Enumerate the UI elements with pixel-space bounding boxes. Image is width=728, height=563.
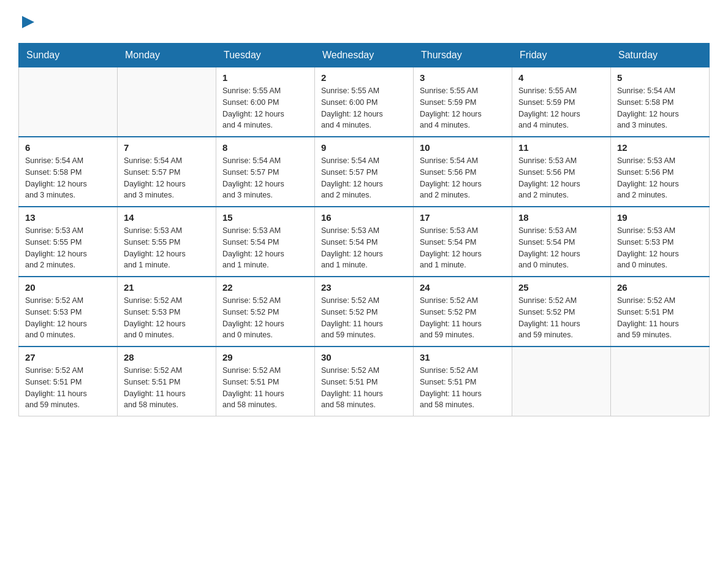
day-info: Sunrise: 5:54 AM Sunset: 5:57 PM Dayligh…	[321, 155, 407, 201]
day-number: 9	[321, 142, 407, 153]
calendar-cell: 25Sunrise: 5:52 AM Sunset: 5:52 PM Dayli…	[512, 277, 611, 347]
day-number: 13	[25, 212, 111, 223]
day-number: 28	[124, 352, 210, 362]
day-number: 23	[321, 282, 407, 293]
day-number: 29	[222, 352, 308, 362]
day-info: Sunrise: 5:53 AM Sunset: 5:54 PM Dayligh…	[222, 225, 308, 271]
day-info: Sunrise: 5:52 AM Sunset: 5:51 PM Dayligh…	[222, 365, 308, 411]
calendar-cell: 15Sunrise: 5:53 AM Sunset: 5:54 PM Dayli…	[216, 207, 315, 277]
day-info: Sunrise: 5:52 AM Sunset: 5:51 PM Dayligh…	[420, 365, 506, 411]
day-of-week-header: Wednesday	[315, 44, 414, 67]
day-info: Sunrise: 5:52 AM Sunset: 5:53 PM Dayligh…	[124, 295, 210, 341]
calendar-cell	[512, 347, 611, 416]
calendar-cell: 8Sunrise: 5:54 AM Sunset: 5:57 PM Daylig…	[216, 137, 315, 207]
day-info: Sunrise: 5:53 AM Sunset: 5:56 PM Dayligh…	[518, 155, 604, 201]
day-of-week-header: Sunday	[19, 44, 118, 67]
calendar-cell: 3Sunrise: 5:55 AM Sunset: 5:59 PM Daylig…	[414, 67, 512, 137]
day-info: Sunrise: 5:54 AM Sunset: 5:58 PM Dayligh…	[617, 85, 703, 131]
day-number: 24	[420, 282, 506, 293]
day-number: 25	[518, 282, 604, 293]
calendar-cell	[19, 67, 118, 137]
calendar-cell: 12Sunrise: 5:53 AM Sunset: 5:56 PM Dayli…	[611, 137, 710, 207]
day-number: 19	[617, 212, 703, 223]
calendar-cell: 20Sunrise: 5:52 AM Sunset: 5:53 PM Dayli…	[19, 277, 118, 347]
calendar-week-row: 6Sunrise: 5:54 AM Sunset: 5:58 PM Daylig…	[19, 137, 710, 207]
day-number: 4	[518, 72, 604, 83]
day-info: Sunrise: 5:53 AM Sunset: 5:55 PM Dayligh…	[124, 225, 210, 271]
day-number: 2	[321, 72, 407, 83]
calendar-cell: 26Sunrise: 5:52 AM Sunset: 5:51 PM Dayli…	[611, 277, 710, 347]
day-number: 5	[617, 72, 703, 83]
day-info: Sunrise: 5:55 AM Sunset: 6:00 PM Dayligh…	[321, 85, 407, 131]
logo-arrow-icon	[20, 13, 37, 31]
day-info: Sunrise: 5:52 AM Sunset: 5:51 PM Dayligh…	[321, 365, 407, 411]
calendar-week-row: 1Sunrise: 5:55 AM Sunset: 6:00 PM Daylig…	[19, 67, 710, 137]
calendar-cell: 19Sunrise: 5:53 AM Sunset: 5:53 PM Dayli…	[611, 207, 710, 277]
day-info: Sunrise: 5:52 AM Sunset: 5:53 PM Dayligh…	[25, 295, 111, 341]
page-header	[18, 12, 710, 31]
day-number: 8	[222, 142, 308, 153]
calendar-cell	[611, 347, 710, 416]
day-of-week-header: Thursday	[414, 44, 512, 67]
day-info: Sunrise: 5:53 AM Sunset: 5:53 PM Dayligh…	[617, 225, 703, 271]
calendar-cell	[118, 67, 216, 137]
calendar-cell: 27Sunrise: 5:52 AM Sunset: 5:51 PM Dayli…	[19, 347, 118, 416]
day-number: 6	[25, 142, 111, 153]
day-number: 7	[124, 142, 210, 153]
calendar-week-row: 13Sunrise: 5:53 AM Sunset: 5:55 PM Dayli…	[19, 207, 710, 277]
calendar-cell: 6Sunrise: 5:54 AM Sunset: 5:58 PM Daylig…	[19, 137, 118, 207]
calendar-cell: 21Sunrise: 5:52 AM Sunset: 5:53 PM Dayli…	[118, 277, 216, 347]
day-number: 31	[420, 352, 506, 362]
calendar-table: SundayMondayTuesdayWednesdayThursdayFrid…	[18, 43, 710, 416]
day-info: Sunrise: 5:52 AM Sunset: 5:52 PM Dayligh…	[518, 295, 604, 341]
day-info: Sunrise: 5:54 AM Sunset: 5:57 PM Dayligh…	[124, 155, 210, 201]
day-info: Sunrise: 5:55 AM Sunset: 5:59 PM Dayligh…	[518, 85, 604, 131]
day-info: Sunrise: 5:53 AM Sunset: 5:54 PM Dayligh…	[321, 225, 407, 271]
calendar-cell: 4Sunrise: 5:55 AM Sunset: 5:59 PM Daylig…	[512, 67, 611, 137]
day-of-week-header: Friday	[512, 44, 611, 67]
calendar-cell: 24Sunrise: 5:52 AM Sunset: 5:52 PM Dayli…	[414, 277, 512, 347]
calendar-week-row: 27Sunrise: 5:52 AM Sunset: 5:51 PM Dayli…	[19, 347, 710, 416]
day-number: 3	[420, 72, 506, 83]
calendar-cell: 14Sunrise: 5:53 AM Sunset: 5:55 PM Dayli…	[118, 207, 216, 277]
day-number: 26	[617, 282, 703, 293]
day-number: 27	[25, 352, 111, 362]
calendar-cell: 11Sunrise: 5:53 AM Sunset: 5:56 PM Dayli…	[512, 137, 611, 207]
calendar-cell: 18Sunrise: 5:53 AM Sunset: 5:54 PM Dayli…	[512, 207, 611, 277]
day-of-week-header: Tuesday	[216, 44, 315, 67]
calendar-cell: 16Sunrise: 5:53 AM Sunset: 5:54 PM Dayli…	[315, 207, 414, 277]
day-number: 22	[222, 282, 308, 293]
calendar-cell: 1Sunrise: 5:55 AM Sunset: 6:00 PM Daylig…	[216, 67, 315, 137]
day-info: Sunrise: 5:53 AM Sunset: 5:56 PM Dayligh…	[617, 155, 703, 201]
day-of-week-header: Saturday	[611, 44, 710, 67]
calendar-cell: 31Sunrise: 5:52 AM Sunset: 5:51 PM Dayli…	[414, 347, 512, 416]
calendar-cell: 23Sunrise: 5:52 AM Sunset: 5:52 PM Dayli…	[315, 277, 414, 347]
day-number: 30	[321, 352, 407, 362]
day-number: 20	[25, 282, 111, 293]
calendar-cell: 17Sunrise: 5:53 AM Sunset: 5:54 PM Dayli…	[414, 207, 512, 277]
day-info: Sunrise: 5:54 AM Sunset: 5:57 PM Dayligh…	[222, 155, 308, 201]
day-info: Sunrise: 5:52 AM Sunset: 5:52 PM Dayligh…	[321, 295, 407, 341]
calendar-cell: 10Sunrise: 5:54 AM Sunset: 5:56 PM Dayli…	[414, 137, 512, 207]
day-info: Sunrise: 5:54 AM Sunset: 5:56 PM Dayligh…	[420, 155, 506, 201]
logo	[18, 12, 37, 31]
calendar-cell: 22Sunrise: 5:52 AM Sunset: 5:52 PM Dayli…	[216, 277, 315, 347]
day-info: Sunrise: 5:54 AM Sunset: 5:58 PM Dayligh…	[25, 155, 111, 201]
day-info: Sunrise: 5:52 AM Sunset: 5:51 PM Dayligh…	[124, 365, 210, 411]
day-number: 17	[420, 212, 506, 223]
day-info: Sunrise: 5:53 AM Sunset: 5:55 PM Dayligh…	[25, 225, 111, 271]
day-number: 14	[124, 212, 210, 223]
calendar-cell: 9Sunrise: 5:54 AM Sunset: 5:57 PM Daylig…	[315, 137, 414, 207]
day-info: Sunrise: 5:55 AM Sunset: 6:00 PM Dayligh…	[222, 85, 308, 131]
calendar-cell: 7Sunrise: 5:54 AM Sunset: 5:57 PM Daylig…	[118, 137, 216, 207]
day-number: 15	[222, 212, 308, 223]
svg-marker-0	[22, 16, 34, 28]
day-of-week-header: Monday	[118, 44, 216, 67]
day-info: Sunrise: 5:55 AM Sunset: 5:59 PM Dayligh…	[420, 85, 506, 131]
calendar-header-row: SundayMondayTuesdayWednesdayThursdayFrid…	[19, 44, 710, 67]
day-info: Sunrise: 5:52 AM Sunset: 5:52 PM Dayligh…	[420, 295, 506, 341]
calendar-week-row: 20Sunrise: 5:52 AM Sunset: 5:53 PM Dayli…	[19, 277, 710, 347]
day-number: 11	[518, 142, 604, 153]
day-info: Sunrise: 5:52 AM Sunset: 5:51 PM Dayligh…	[25, 365, 111, 411]
calendar-cell: 30Sunrise: 5:52 AM Sunset: 5:51 PM Dayli…	[315, 347, 414, 416]
